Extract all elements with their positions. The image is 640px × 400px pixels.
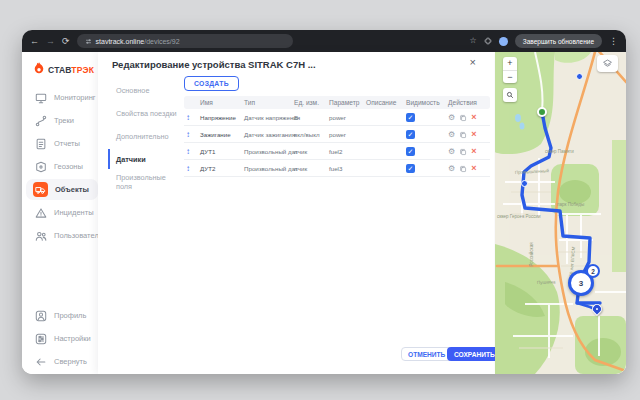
incident-icon bbox=[35, 207, 47, 219]
column-header: Тип bbox=[244, 96, 294, 109]
extensions-icon[interactable] bbox=[484, 37, 492, 45]
copy-icon-button[interactable] bbox=[459, 148, 467, 156]
column-header: Имя bbox=[200, 96, 244, 109]
delete-icon[interactable]: × bbox=[471, 147, 476, 156]
tab-2[interactable]: Свойства поездки bbox=[108, 103, 180, 123]
copy-icon bbox=[459, 131, 467, 139]
waypoint-marker[interactable] bbox=[521, 180, 528, 187]
sidebar-item-отчеты[interactable]: Отчеты bbox=[26, 133, 98, 154]
tab-5[interactable]: Произвольные поля bbox=[108, 172, 180, 192]
cancel-button[interactable]: ОТМЕНИТЬ bbox=[401, 347, 452, 361]
gear-icon[interactable]: ⚙ bbox=[448, 164, 455, 173]
cell-type: Произвольный датчик bbox=[244, 160, 294, 177]
browser-toolbar: ← → ⟳ stavtrack.online/devices/92 ☆ Заве… bbox=[22, 30, 626, 52]
drag-handle-icon[interactable]: ↕ bbox=[186, 160, 198, 177]
sidebar-footer-настройки[interactable]: Настройки bbox=[26, 328, 98, 349]
monitor-icon bbox=[35, 92, 47, 104]
browser-menu-icon[interactable]: ⋮ bbox=[609, 36, 618, 46]
sidebar: СТАВТРЭК МониторингТрекиОтчетыГеозоныОбъ… bbox=[22, 52, 100, 374]
sidebar-item-label: Треки bbox=[54, 116, 74, 125]
sidebar-item-объекты[interactable]: Объекты bbox=[26, 179, 98, 200]
gear-icon[interactable]: ⚙ bbox=[448, 113, 455, 122]
copy-icon-button[interactable] bbox=[459, 165, 467, 173]
copy-icon bbox=[459, 114, 467, 122]
sidebar-item-мониторинг[interactable]: Мониторинг bbox=[26, 87, 98, 108]
report-icon bbox=[35, 138, 47, 150]
browser-window: ← → ⟳ stavtrack.online/devices/92 ☆ Заве… bbox=[22, 30, 626, 374]
panel-title: Редактирование устройства SITRAK C7H ... bbox=[112, 59, 316, 70]
copy-icon-button[interactable] bbox=[459, 114, 467, 122]
sensors-table: ИмяТипЕд. изм.ПараметрОписаниеВидимостьД… bbox=[184, 96, 490, 177]
column-header: Действия bbox=[448, 96, 490, 109]
visibility-checkbox[interactable]: ✓ bbox=[406, 113, 415, 122]
tab-3[interactable]: Дополнительно bbox=[108, 126, 180, 146]
delete-icon[interactable]: × bbox=[471, 113, 476, 122]
drag-handle-icon[interactable]: ↕ bbox=[186, 109, 198, 126]
column-header: Описание bbox=[366, 96, 402, 109]
visibility-checkbox[interactable]: ✓ bbox=[406, 130, 415, 139]
sidebar-item-треки[interactable]: Треки bbox=[26, 110, 98, 131]
visibility-checkbox[interactable]: ✓ bbox=[406, 147, 415, 156]
copy-icon bbox=[459, 148, 467, 156]
zoom-out-button[interactable]: − bbox=[503, 70, 517, 83]
copy-icon-button[interactable] bbox=[459, 131, 467, 139]
map-search-button[interactable] bbox=[503, 88, 517, 102]
cell-desc bbox=[366, 143, 402, 160]
row-actions: ⚙× bbox=[448, 143, 476, 160]
address-bar[interactable]: stavtrack.online/devices/92 bbox=[77, 34, 293, 48]
truck-icon bbox=[35, 184, 46, 195]
column-header: Видимость bbox=[406, 96, 446, 109]
sidebar-footer-профиль[interactable]: Профиль bbox=[26, 305, 98, 326]
visibility-checkbox[interactable]: ✓ bbox=[406, 164, 415, 173]
save-button[interactable]: СОХРАНИТЬ bbox=[447, 347, 502, 361]
delete-icon[interactable]: × bbox=[471, 164, 476, 173]
cell-param: fuel2 bbox=[329, 143, 366, 160]
site-settings-icon bbox=[85, 38, 92, 45]
gear-icon[interactable]: ⚙ bbox=[448, 130, 455, 139]
zoom-in-button[interactable]: + bbox=[503, 57, 517, 70]
sidebar-item-label: Отчеты bbox=[54, 139, 80, 148]
cell-desc bbox=[366, 126, 402, 143]
desktop: ← → ⟳ stavtrack.online/devices/92 ☆ Заве… bbox=[0, 0, 640, 400]
table-row: ↕НапряжениеДатчик напряженияВpower✓⚙× bbox=[184, 109, 490, 126]
gear-icon[interactable]: ⚙ bbox=[448, 147, 455, 156]
tab-4[interactable]: Датчики bbox=[108, 149, 180, 169]
drag-handle-icon[interactable]: ↕ bbox=[186, 143, 198, 160]
drag-handle-icon[interactable]: ↕ bbox=[186, 126, 198, 143]
reload-icon[interactable]: ⟳ bbox=[62, 37, 70, 46]
create-button[interactable]: СОЗДАТЬ bbox=[184, 76, 239, 91]
geofence-icon bbox=[35, 161, 47, 173]
cell-name: ДУТ1 bbox=[200, 143, 244, 160]
table-body: ↕НапряжениеДатчик напряженияВpower✓⚙×↕За… bbox=[184, 109, 490, 177]
app-logo[interactable]: СТАВТРЭК bbox=[33, 59, 94, 77]
delete-icon[interactable]: × bbox=[471, 130, 476, 139]
back-icon[interactable]: ← bbox=[30, 37, 39, 46]
cell-unit: В bbox=[294, 109, 329, 126]
profile-avatar[interactable] bbox=[499, 37, 508, 46]
waypoint-marker[interactable] bbox=[576, 73, 583, 80]
sidebar-item-геозоны[interactable]: Геозоны bbox=[26, 156, 98, 177]
bookmark-star-icon[interactable]: ☆ bbox=[470, 37, 477, 45]
cell-desc bbox=[366, 160, 402, 177]
forward-icon[interactable]: → bbox=[46, 37, 55, 46]
cluster-badge-marker[interactable]: 2 bbox=[586, 264, 600, 278]
sidebar-item-label: Мониторинг bbox=[54, 93, 96, 102]
tab-1[interactable]: Основное bbox=[108, 80, 180, 100]
row-actions: ⚙× bbox=[448, 160, 476, 177]
url-text: stavtrack.online/devices/92 bbox=[96, 38, 180, 45]
close-icon[interactable]: × bbox=[470, 56, 476, 68]
map-panel[interactable]: Промышленныйсквер Памятипарк Победысквер… bbox=[495, 52, 626, 374]
finish-update-button[interactable]: Завершить обновление bbox=[515, 34, 602, 48]
route-icon bbox=[35, 115, 47, 127]
sidebar-item-пользователи[interactable]: Пользователи bbox=[26, 225, 98, 246]
sidebar-item-label: Пользователи bbox=[54, 231, 103, 240]
cell-param: fuel3 bbox=[329, 160, 366, 177]
sidebar-item-инциденты[interactable]: Инциденты bbox=[26, 202, 98, 223]
cell-name: Зажигание bbox=[200, 126, 244, 143]
cell-name: ДУТ2 bbox=[200, 160, 244, 177]
map-layers-button[interactable] bbox=[597, 55, 618, 72]
route-start-marker[interactable] bbox=[537, 107, 547, 117]
sidebar-footer-свернуть[interactable]: Свернуть bbox=[26, 351, 98, 372]
active-icon-tile bbox=[33, 182, 48, 197]
cell-type: Датчик зажигания bbox=[244, 126, 294, 143]
